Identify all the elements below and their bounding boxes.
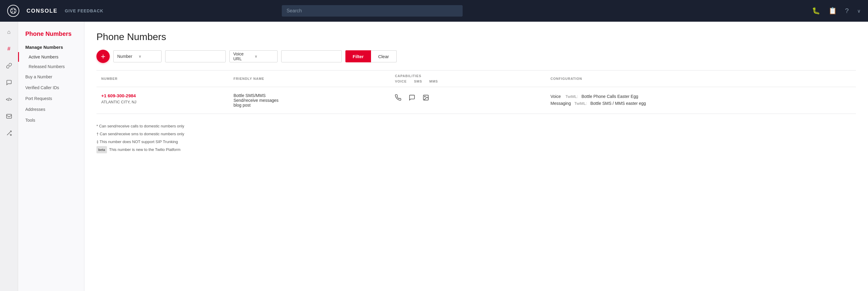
cell-friendly-name: Bottle SMS/MMSSend/receive messagesblog … <box>229 87 390 114</box>
footnote-4: beta This number is new to the Twilio Pl… <box>96 146 856 154</box>
sms-capability-icon <box>409 94 415 102</box>
add-number-button[interactable]: + <box>96 50 110 63</box>
sidebar-section-title: Phone Numbers <box>18 28 84 42</box>
hash-nav-icon[interactable]: # <box>4 43 14 54</box>
svg-point-2 <box>14 9 15 10</box>
svg-point-3 <box>12 11 13 13</box>
sidebar-item-active-numbers[interactable]: Active Numbers <box>18 52 84 62</box>
filter-action-buttons: Filter Clear <box>345 50 397 62</box>
voice-url-filter-label: Voice URL <box>233 52 252 61</box>
numbers-table: NUMBER FRIENDLY NAME CAPABILITIES VOICE … <box>96 70 856 114</box>
document-icon[interactable]: 📋 <box>829 7 837 15</box>
table-row: +1 609-300-2984 ATLANTIC CITY, NJ Bottle… <box>96 87 856 114</box>
footnote-2: † Can send/receive sms to domestic numbe… <box>96 130 856 138</box>
number-filter-select[interactable]: Number ∨ <box>113 50 161 62</box>
console-title: CONSOLE <box>27 8 58 14</box>
beta-badge: beta <box>96 146 107 153</box>
footnote-3: ‡ This number does NOT support SIP Trunk… <box>96 138 856 146</box>
cell-number: +1 609-300-2984 ATLANTIC CITY, NJ <box>96 87 229 114</box>
help-icon[interactable]: ? <box>845 7 849 15</box>
home-nav-icon[interactable]: ⌂ <box>4 27 14 37</box>
mms-capability-icon <box>423 94 429 102</box>
cap-header-voice: VOICE <box>395 79 407 83</box>
page-title: Phone Numbers <box>96 31 856 42</box>
col-header-number: NUMBER <box>96 70 229 87</box>
code-nav-icon[interactable]: </> <box>4 94 14 105</box>
message-nav-icon[interactable] <box>4 111 14 122</box>
cap-header-sms: SMS <box>414 79 422 83</box>
bug-icon[interactable]: 🐛 <box>812 7 820 15</box>
friendly-name-text: Bottle SMS/MMSSend/receive messagesblog … <box>234 93 278 107</box>
col-header-capabilities: CAPABILITIES VOICE SMS MMS <box>390 70 546 87</box>
voice-url-filter-input[interactable] <box>281 50 342 62</box>
shuffle-nav-icon[interactable] <box>4 128 14 138</box>
logo-icon <box>10 7 17 14</box>
sidebar-link-buy-number[interactable]: Buy a Number <box>18 71 84 82</box>
filter-bar: + Number ∨ Voice URL ∨ Filter Clear <box>96 50 856 63</box>
icon-sidebar: ⌂ # </> <box>0 22 18 291</box>
clear-button[interactable]: Clear <box>371 50 397 62</box>
voice-url-filter-chevron: ∨ <box>255 54 274 59</box>
config-messaging-value: Bottle SMS / MMS easter egg <box>590 101 646 106</box>
svg-point-1 <box>12 9 13 10</box>
phone-number-link[interactable]: +1 609-300-2984 <box>101 93 224 98</box>
config-voice-label: Voice <box>550 94 561 99</box>
cell-configuration: Voice TwiML: Bottle Phone Calls Easter E… <box>546 87 856 114</box>
footnotes: * Can send/receive calls to domestic num… <box>96 122 856 154</box>
phone-location: ATLANTIC CITY, NJ <box>101 100 136 104</box>
search-bar <box>282 5 463 17</box>
sidebar-link-addresses[interactable]: Addresses <box>18 104 84 115</box>
sidebar-item-released-numbers[interactable]: Released Numbers <box>18 62 84 71</box>
top-icons: 🐛 📋 ? ∨ <box>812 7 861 15</box>
voice-url-filter-select[interactable]: Voice URL ∨ <box>229 50 278 62</box>
user-menu-chevron[interactable]: ∨ <box>857 8 861 14</box>
config-voice-value: Bottle Phone Calls Easter Egg <box>581 94 638 99</box>
cap-header-mms: MMS <box>430 79 438 83</box>
filter-button[interactable]: Filter <box>345 50 371 62</box>
svg-point-4 <box>14 11 15 13</box>
col-header-friendly-name: FRIENDLY NAME <box>229 70 390 87</box>
chat-nav-icon[interactable] <box>4 77 14 88</box>
number-filter-input[interactable] <box>165 50 226 62</box>
col-header-configuration: CONFIGURATION <box>546 70 856 87</box>
footnote-1: * Can send/receive calls to domestic num… <box>96 122 856 130</box>
sidebar-link-verified-caller-ids[interactable]: Verified Caller IDs <box>18 82 84 93</box>
number-filter-label: Number <box>117 54 136 59</box>
link-nav-icon[interactable] <box>4 60 14 71</box>
sidebar-link-port-requests[interactable]: Port Requests <box>18 93 84 104</box>
give-feedback-link[interactable]: GIVE FEEDBACK <box>65 8 103 13</box>
top-navigation: CONSOLE GIVE FEEDBACK 🐛 📋 ? ∨ <box>0 0 868 22</box>
cell-capabilities <box>390 87 546 114</box>
svg-rect-5 <box>6 114 11 118</box>
search-input[interactable] <box>282 5 463 17</box>
svg-point-9 <box>425 96 426 97</box>
footnote-4-text: This number is new to the Twilio Platfor… <box>109 147 181 152</box>
svg-point-0 <box>10 8 16 13</box>
config-voice-twiml: TwiML: <box>565 94 578 99</box>
sidebar-link-tools[interactable]: Tools <box>18 115 84 126</box>
config-messaging-twiml: TwiML: <box>575 101 587 106</box>
logo <box>7 5 19 17</box>
left-sidebar: Phone Numbers Manage Numbers Active Numb… <box>18 22 84 291</box>
config-messaging-label: Messaging <box>550 101 571 106</box>
main-content: Phone Numbers + Number ∨ Voice URL ∨ Fil… <box>84 22 868 291</box>
manage-numbers-label: Manage Numbers <box>18 42 84 52</box>
number-filter-chevron: ∨ <box>138 54 158 59</box>
voice-capability-icon <box>395 94 401 102</box>
